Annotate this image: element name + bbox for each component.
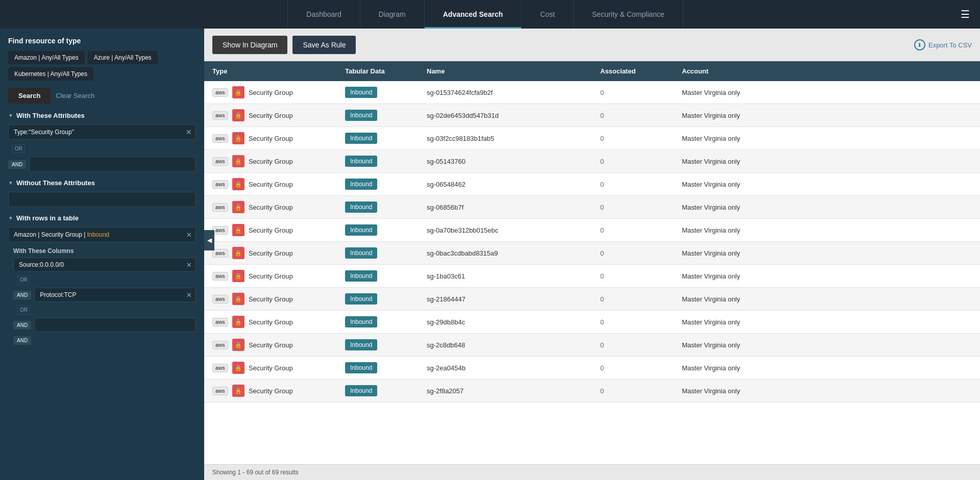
type-label: Security Group <box>249 295 293 303</box>
table-row[interactable]: aws 🔒 Security Group Inbound sg-0a70be31… <box>204 219 980 242</box>
and-row-col-2: AND <box>13 318 196 332</box>
lock-icon: 🔒 <box>232 201 244 213</box>
type-label: Security Group <box>249 158 293 165</box>
without-attrs-section-header[interactable]: ▼ Without These Attributes <box>8 179 196 187</box>
table-row[interactable]: aws 🔒 Security Group Inbound sg-2ea0454b… <box>204 357 980 380</box>
account-cell: Master Virginia only <box>674 380 980 402</box>
aws-badge: aws <box>212 341 228 349</box>
table-row[interactable]: aws 🔒 Security Group Inbound sg-06548462… <box>204 173 980 196</box>
aws-badge: aws <box>212 180 228 189</box>
top-navigation: Dashboard Diagram Advanced Search Cost S… <box>0 0 980 29</box>
tabular-badge: Inbound <box>345 133 377 144</box>
amazon-type-button[interactable]: Amazon | Any/All Types <box>8 51 85 64</box>
tabular-badge: Inbound <box>345 316 377 327</box>
without-attrs-input[interactable] <box>8 192 196 207</box>
col-close-icon-1[interactable]: ✕ <box>186 261 192 269</box>
and-label-1: AND <box>8 160 26 169</box>
results-table-container[interactable]: Type Tabular Data Name Associated Accoun… <box>204 61 980 464</box>
account-cell: Master Virginia only <box>674 288 980 311</box>
associated-cell: 0 <box>592 357 674 380</box>
table-row[interactable]: aws 🔒 Security Group Inbound sg-29db8b4c… <box>204 311 980 334</box>
or-badge-col-2: OR <box>17 306 30 314</box>
col-input-3[interactable] <box>34 318 196 332</box>
tabular-cell: Inbound <box>337 311 419 334</box>
left-sidebar: Find resource of type Amazon | Any/All T… <box>0 29 204 480</box>
type-cell: aws 🔒 Security Group <box>204 288 337 311</box>
account-cell: Master Virginia only <box>674 334 980 357</box>
type-cell: aws 🔒 Security Group <box>204 150 337 173</box>
aws-badge: aws <box>212 111 228 120</box>
lock-icon: 🔒 <box>232 339 244 351</box>
col-header-tabular: Tabular Data <box>337 61 419 81</box>
and-row-1: AND <box>8 157 196 172</box>
attr-input-2[interactable] <box>29 157 196 172</box>
account-cell: Master Virginia only <box>674 219 980 242</box>
name-cell: sg-2c8db648 <box>419 334 592 357</box>
with-attrs-section-header[interactable]: ▼ With These Attributes <box>8 112 196 119</box>
rows-section-header[interactable]: ▼ With rows in a table <box>8 214 196 222</box>
tabular-badge: Inbound <box>345 362 377 373</box>
account-cell: Master Virginia only <box>674 357 980 380</box>
toolbar: Show In Diagram Save As Rule ⬇ Export To… <box>204 29 980 61</box>
table-row[interactable]: aws 🔒 Security Group Inbound sg-02de6453… <box>204 104 980 127</box>
rows-section: ▼ With rows in a table Amazon | Security… <box>8 214 196 344</box>
associated-cell: 0 <box>592 288 674 311</box>
attr-close-icon-1[interactable]: ✕ <box>186 128 192 136</box>
nav-item-dashboard[interactable]: Dashboard <box>287 0 360 29</box>
nav-item-security-compliance[interactable]: Security & Compliance <box>574 0 683 29</box>
associated-cell: 0 <box>592 380 674 402</box>
col-input-2[interactable] <box>34 288 196 302</box>
table-row[interactable]: aws 🔒 Security Group Inbound sg-03f2cc98… <box>204 127 980 150</box>
rows-filter-display: Amazon | Security Group | Inbound <box>8 227 196 242</box>
col-input-1[interactable] <box>13 258 196 272</box>
tabular-cell: Inbound <box>337 265 419 288</box>
without-attrs-arrow-icon: ▼ <box>8 180 13 186</box>
clear-search-link[interactable]: Clear Search <box>56 92 94 99</box>
account-cell: Master Virginia only <box>674 242 980 265</box>
table-row[interactable]: aws 🔒 Security Group Inbound sg-2c8db648… <box>204 334 980 357</box>
table-row[interactable]: aws 🔒 Security Group Inbound sg-2f8a2057… <box>204 380 980 402</box>
rows-filter-value: Inbound <box>87 231 109 238</box>
type-label: Security Group <box>249 341 293 349</box>
name-cell: sg-05143760 <box>419 150 592 173</box>
tabular-badge: Inbound <box>345 110 377 121</box>
type-cell: aws 🔒 Security Group <box>204 196 337 219</box>
col-header-account: Account <box>674 61 980 81</box>
account-cell: Master Virginia only <box>674 81 980 104</box>
lock-icon: 🔒 <box>232 86 244 98</box>
or-badge-col-1: OR <box>17 275 30 284</box>
associated-cell: 0 <box>592 219 674 242</box>
col-close-icon-2[interactable]: ✕ <box>186 291 192 299</box>
table-row[interactable]: aws 🔒 Security Group Inbound sg-01537462… <box>204 81 980 104</box>
col-header-name: Name <box>419 61 592 81</box>
sidebar-collapse-button[interactable]: ◀ <box>204 230 214 250</box>
without-section: ▼ Without These Attributes <box>8 179 196 207</box>
name-cell: sg-06856b7f <box>419 196 592 219</box>
save-rule-button[interactable]: Save As Rule <box>292 36 356 54</box>
table-row[interactable]: aws 🔒 Security Group Inbound sg-21864447… <box>204 288 980 311</box>
table-row[interactable]: aws 🔒 Security Group Inbound sg-1ba03c61… <box>204 265 980 288</box>
aws-badge: aws <box>212 295 228 304</box>
type-label: Security Group <box>249 135 293 142</box>
table-row[interactable]: aws 🔒 Security Group Inbound sg-06856b7f… <box>204 196 980 219</box>
type-cell: aws 🔒 Security Group <box>204 265 337 288</box>
nav-item-advanced-search[interactable]: Advanced Search <box>425 0 522 29</box>
table-row[interactable]: aws 🔒 Security Group Inbound sg-0bac3cdb… <box>204 242 980 265</box>
type-label: Security Group <box>249 181 293 188</box>
nav-item-diagram[interactable]: Diagram <box>360 0 425 29</box>
lock-icon: 🔒 <box>232 109 244 121</box>
lock-icon: 🔒 <box>232 178 244 190</box>
nav-item-cost[interactable]: Cost <box>522 0 574 29</box>
kubernetes-type-button[interactable]: Kubernetes | Any/All Types <box>8 67 93 81</box>
aws-badge: aws <box>212 249 228 258</box>
azure-type-button[interactable]: Azure | Any/All Types <box>88 51 158 64</box>
rows-filter-close-icon[interactable]: ✕ <box>186 231 192 239</box>
search-button[interactable]: Search <box>8 88 51 104</box>
name-cell: sg-2f8a2057 <box>419 380 592 402</box>
export-csv-button[interactable]: ⬇ Export To CSV <box>914 39 972 50</box>
hamburger-menu-icon[interactable]: ☰ <box>961 8 970 20</box>
show-diagram-button[interactable]: Show In Diagram <box>212 36 287 54</box>
attr-input-1[interactable] <box>8 124 196 140</box>
table-row[interactable]: aws 🔒 Security Group Inbound sg-05143760… <box>204 150 980 173</box>
tabular-badge: Inbound <box>345 293 377 305</box>
